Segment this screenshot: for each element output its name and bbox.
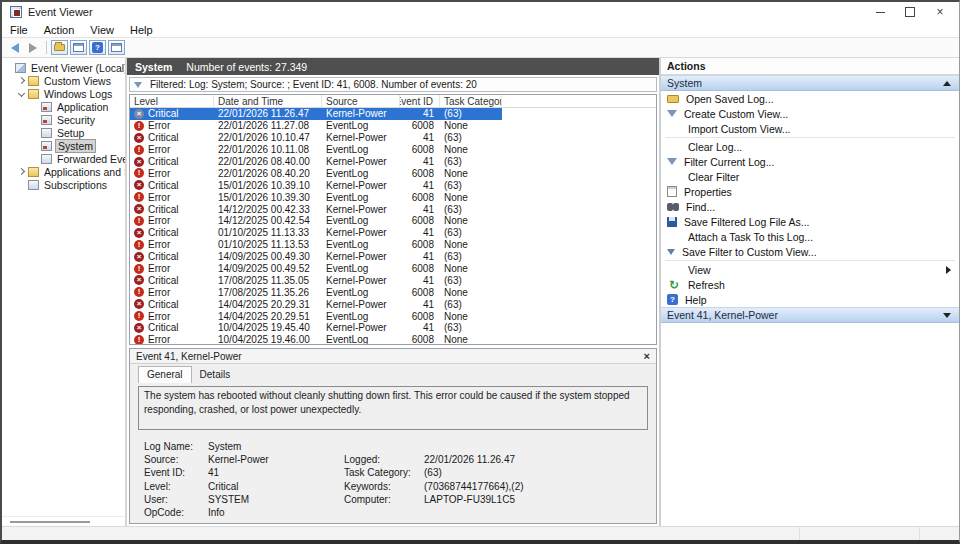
table-row[interactable]: !Error22/01/2026 11.27.08EventLog6008Non… xyxy=(130,120,502,132)
table-row[interactable]: !Error14/04/2025 20.29.51EventLog6008Non… xyxy=(130,310,502,322)
column-header-source[interactable]: Source xyxy=(322,95,400,107)
table-row[interactable]: !Error10/04/2025 19.46.00EventLog6008Non… xyxy=(130,334,502,344)
action-find[interactable]: Find... xyxy=(661,199,959,214)
table-row[interactable]: !Error14/09/2025 00.49.52EventLog6008Non… xyxy=(130,263,502,275)
action-help[interactable]: ?Help xyxy=(661,292,959,307)
menu-help[interactable]: Help xyxy=(122,24,161,36)
menu-file[interactable]: File xyxy=(2,24,36,36)
action-create-custom-view[interactable]: Create Custom View... xyxy=(661,106,959,121)
forward-button[interactable] xyxy=(24,41,42,55)
action-filter-current-log[interactable]: Filter Current Log... xyxy=(661,154,959,169)
tab-general[interactable]: General xyxy=(138,366,192,383)
level-cell: ×Critical xyxy=(130,227,214,238)
open-saved-log-button[interactable] xyxy=(51,40,68,55)
event-table: LevelDate and TimeSourceEvent IDTask Cat… xyxy=(129,94,657,345)
log-plain-icon xyxy=(41,128,52,138)
table-row[interactable]: !Error14/12/2025 00.42.54EventLog6008Non… xyxy=(130,215,502,227)
level-cell: !Error xyxy=(130,192,214,203)
source-cell: EventLog xyxy=(322,144,400,155)
close-button[interactable]: × xyxy=(925,3,955,21)
action-view[interactable]: View xyxy=(661,262,959,277)
help-toolbar-button[interactable]: ? xyxy=(89,40,106,55)
action-item-label: View xyxy=(688,264,711,276)
table-row[interactable]: ×Critical10/04/2025 19.45.40Kernel-Power… xyxy=(130,322,502,334)
table-row[interactable]: !Error22/01/2026 08.40.20EventLog6008Non… xyxy=(130,167,502,179)
chevron-down-icon[interactable] xyxy=(18,90,25,97)
column-header-level[interactable]: Level xyxy=(130,95,214,107)
tab-details[interactable]: Details xyxy=(192,367,239,383)
task-category-cell: (63) xyxy=(440,299,502,310)
menu-action[interactable]: Action xyxy=(36,24,83,36)
event-viewer-window: Event Viewer × FileActionViewHelp ? Even… xyxy=(0,0,960,544)
sidebar-item-system[interactable]: System xyxy=(2,139,125,152)
tree-horizontal-scrollbar[interactable] xyxy=(2,516,125,526)
action-item-label: Properties xyxy=(684,186,732,198)
action-save-filtered-log-file-as[interactable]: Save Filtered Log File As... xyxy=(661,214,959,229)
filter-notification-bar[interactable]: Filtered: Log: System; Source: ; Event I… xyxy=(129,77,657,92)
action-clear-filter[interactable]: Clear Filter xyxy=(661,169,959,184)
sidebar-item-forwarded-events[interactable]: Forwarded Events xyxy=(2,152,125,165)
action-section-header[interactable]: System xyxy=(661,75,959,91)
menu-view[interactable]: View xyxy=(82,24,122,36)
sidebar-item-windows-logs[interactable]: Windows Logs xyxy=(2,87,125,100)
filter-funnel-icon xyxy=(134,82,142,88)
action-save-filter-to-custom-view[interactable]: Save Filter to Custom View... xyxy=(661,244,959,259)
table-row[interactable]: ×Critical14/12/2025 00.42.33Kernel-Power… xyxy=(130,203,502,215)
table-row[interactable]: ×Critical14/04/2025 20.29.31Kernel-Power… xyxy=(130,298,502,310)
column-header-task-category[interactable]: Task Category xyxy=(440,95,502,107)
tree-scrollbar-thumb[interactable] xyxy=(10,521,90,523)
show-console-tree-button[interactable] xyxy=(70,40,87,55)
table-row[interactable]: !Error01/10/2025 11.13.53EventLog6008Non… xyxy=(130,239,502,251)
sidebar-item-security[interactable]: Security xyxy=(2,113,125,126)
maximize-button[interactable] xyxy=(895,3,925,21)
minimize-button[interactable] xyxy=(865,3,895,21)
table-row[interactable]: ×Critical22/01/2026 10.10.47Kernel-Power… xyxy=(130,132,502,144)
close-details-icon[interactable]: × xyxy=(644,350,650,362)
tree-item-label: Setup xyxy=(55,127,86,139)
sidebar-item-subscriptions[interactable]: Subscriptions xyxy=(2,178,125,191)
table-row[interactable]: !Error17/08/2025 11.35.26EventLog6008Non… xyxy=(130,286,502,298)
action-clear-log[interactable]: Clear Log... xyxy=(661,139,959,154)
action-section-header[interactable]: Event 41, Kernel-Power xyxy=(661,307,959,323)
table-row[interactable]: ×Critical17/08/2025 11.35.05Kernel-Power… xyxy=(130,274,502,286)
table-row[interactable]: ×Critical14/09/2025 00.49.30Kernel-Power… xyxy=(130,251,502,263)
action-open-saved-log[interactable]: Open Saved Log... xyxy=(661,91,959,106)
show-action-pane-button[interactable] xyxy=(108,40,125,55)
field-value: LAPTOP-FU39L1C5 xyxy=(424,494,648,505)
sidebar-item-application[interactable]: Application xyxy=(2,100,125,113)
console-tree-icon xyxy=(73,43,84,52)
sidebar-item-event-viewer-local[interactable]: Event Viewer (Local) xyxy=(2,61,125,74)
field-label: Event ID: xyxy=(144,467,208,478)
action-attach-a-task-to-this-log[interactable]: Attach a Task To this Log... xyxy=(661,229,959,244)
open-saved-log-icon xyxy=(667,95,679,103)
sidebar-item-setup[interactable]: Setup xyxy=(2,126,125,139)
table-row[interactable]: ×Critical22/01/2026 11.26.47Kernel-Power… xyxy=(130,108,502,120)
source-cell: EventLog xyxy=(322,120,400,131)
back-button[interactable] xyxy=(6,41,24,55)
sidebar-item-custom-views[interactable]: Custom Views xyxy=(2,74,125,87)
action-refresh[interactable]: ↻Refresh xyxy=(661,277,959,292)
field-label: Logged: xyxy=(344,454,424,465)
chevron-right-icon[interactable] xyxy=(18,77,25,84)
table-row[interactable]: ×Critical15/01/2026 10.39.10Kernel-Power… xyxy=(130,179,502,191)
field-label: Level: xyxy=(144,481,208,492)
sidebar-item-applications-and-services-lo[interactable]: Applications and Services Lo xyxy=(2,165,125,178)
column-header-date-and-time[interactable]: Date and Time xyxy=(214,95,322,107)
table-row[interactable]: ×Critical01/10/2025 11.13.33Kernel-Power… xyxy=(130,227,502,239)
level-label: Critical xyxy=(148,299,179,310)
level-label: Critical xyxy=(148,204,179,215)
no-icon xyxy=(667,141,681,153)
toolbar-separator xyxy=(46,41,47,54)
action-import-custom-view[interactable]: Import Custom View... xyxy=(661,121,959,136)
table-row[interactable]: !Error15/01/2026 10.39.30EventLog6008Non… xyxy=(130,191,502,203)
date-cell: 14/04/2025 20.29.31 xyxy=(214,299,322,310)
action-properties[interactable]: Properties xyxy=(661,184,959,199)
funnel-icon xyxy=(667,110,677,117)
field-label: Computer: xyxy=(344,494,424,505)
task-category-cell: (63) xyxy=(440,227,502,238)
error-icon: ! xyxy=(134,264,144,274)
chevron-right-icon[interactable] xyxy=(18,168,25,175)
column-header-event-id[interactable]: Event ID xyxy=(400,95,440,107)
table-row[interactable]: !Error22/01/2026 10.11.08EventLog6008Non… xyxy=(130,144,502,156)
table-row[interactable]: ×Critical22/01/2026 08.40.00Kernel-Power… xyxy=(130,156,502,168)
